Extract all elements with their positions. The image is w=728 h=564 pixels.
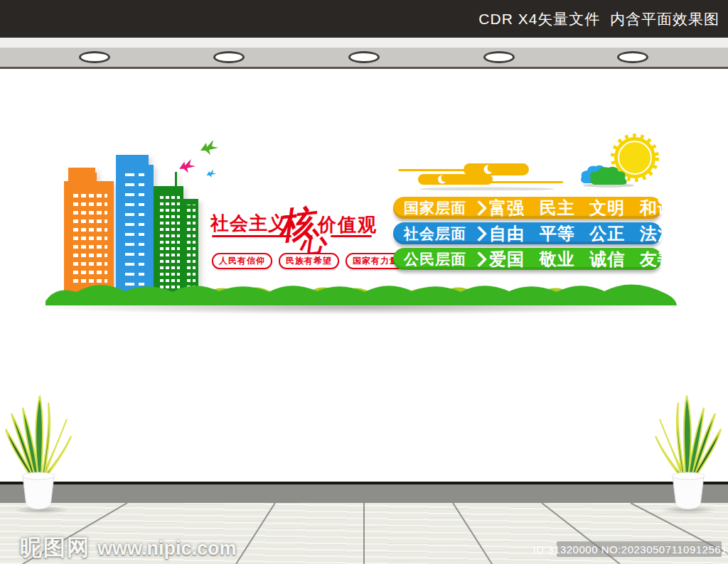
ceiling-panel bbox=[0, 48, 728, 67]
bird-blue-icon bbox=[206, 169, 217, 178]
chevron-right-icon bbox=[471, 225, 488, 242]
row-society-level: 社会层面 自由 平等 公正 法治 bbox=[393, 222, 662, 244]
bird-pink-icon bbox=[178, 158, 197, 174]
chevron-right-icon bbox=[471, 251, 488, 267]
design-preview-page: CDR X4矢量文件 内含平面效果图 bbox=[0, 0, 728, 564]
ceiling-gap-strip bbox=[0, 38, 728, 48]
row-values: 富强 民主 文明 和谐 bbox=[489, 197, 675, 219]
chevron-right-icon bbox=[471, 200, 488, 216]
image-id-watermark: ID:31320000 NO:20230507110912561102 bbox=[557, 541, 722, 557]
potted-plant-right bbox=[653, 392, 724, 513]
row-national-level: 国家层面 富强 民主 文明 和谐 bbox=[393, 197, 662, 219]
row-label: 公民层面 bbox=[404, 249, 466, 269]
wall: 社会主义 核 心 价值观 人民有信仰 民族有希望 国家有力量 bbox=[0, 69, 728, 482]
ribbon-badges: 人民有信仰 民族有希望 国家有力量 bbox=[212, 253, 406, 269]
cloud-swirl-icon bbox=[398, 161, 563, 190]
row-values: 自由 平等 公正 法治 bbox=[489, 222, 675, 245]
title-underline-left bbox=[212, 235, 291, 237]
ceiling-light-icon bbox=[213, 51, 245, 63]
title-socialism: 社会主义 bbox=[210, 211, 287, 236]
row-values: 爱国 敬业 诚信 友善 bbox=[489, 248, 675, 271]
title-values: 价值观 bbox=[318, 212, 378, 237]
site-name: 昵图网 bbox=[20, 533, 90, 563]
ceiling-light-icon bbox=[617, 51, 648, 63]
title-underline-right bbox=[331, 235, 372, 237]
baseboard bbox=[0, 484, 728, 504]
ceiling-light-icon bbox=[348, 51, 380, 63]
potted-plant-left bbox=[3, 392, 74, 513]
top-info-bar: CDR X4矢量文件 内含平面效果图 bbox=[0, 0, 728, 38]
ribbon-faith: 人民有信仰 bbox=[212, 253, 272, 269]
ceiling-light-icon bbox=[483, 51, 515, 63]
site-url: www.nipic.com bbox=[97, 538, 237, 560]
file-format-note: CDR X4矢量文件 内含平面效果图 bbox=[478, 9, 728, 29]
site-watermark: 昵图网 www.nipic.com bbox=[20, 533, 237, 563]
row-label: 国家层面 bbox=[404, 198, 466, 218]
ceiling-light-icon bbox=[79, 51, 110, 63]
green-hills bbox=[41, 273, 681, 305]
bird-green-icon bbox=[200, 139, 220, 156]
row-citizen-level: 公民层面 爱国 敬业 诚信 友善 bbox=[393, 248, 662, 270]
bush-clouds-icon bbox=[579, 163, 636, 188]
row-label: 社会层面 bbox=[404, 224, 466, 244]
ribbon-hope: 民族有希望 bbox=[279, 253, 339, 269]
